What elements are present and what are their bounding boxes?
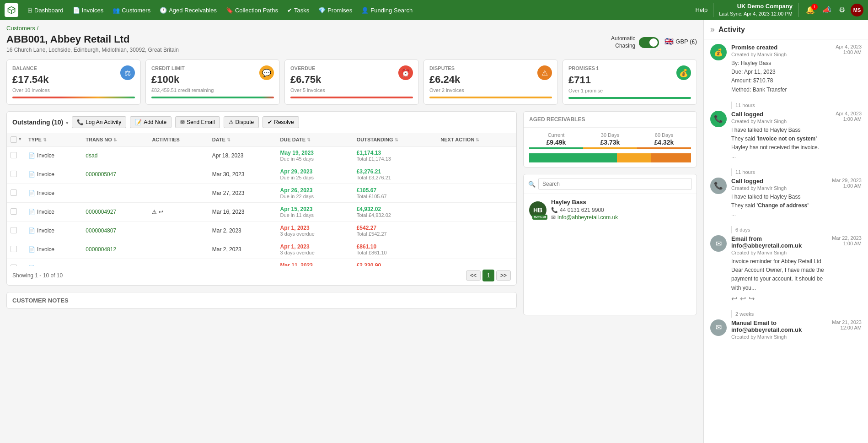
nav-promises[interactable]: 💎 Promises: [315, 4, 356, 16]
outstanding-header: Outstanding (10) ▾ 📞 Log An Activity 📝 A…: [7, 112, 516, 133]
row-trans-no[interactable]: 0000004656: [82, 259, 148, 266]
nav-invoices[interactable]: 📄 Invoices: [69, 4, 107, 16]
activity-creator: Created by Manvir Singh: [731, 250, 827, 255]
next-page-button[interactable]: >>: [496, 270, 511, 281]
row-type: 📄Invoice: [25, 203, 82, 222]
help-link[interactable]: Help: [695, 6, 707, 13]
table-row: 📄Invoice 0000004807 Mar 2, 2023 Apr 1, 2…: [7, 222, 516, 240]
prev-page-button[interactable]: <<: [466, 270, 481, 281]
row-type: 📄Invoice: [25, 259, 82, 266]
promises-icon: 💰: [676, 65, 691, 80]
nav-funding-search[interactable]: 👤 Funding Search: [358, 4, 416, 16]
activity-title: Activity: [718, 26, 745, 34]
row-trans-no[interactable]: [82, 184, 148, 203]
call-icon: 📞: [710, 111, 727, 127]
aged-60: 60 Days £4.32k: [637, 132, 691, 149]
contact-item: HB Default Hayley Bass 📞 44 0131 621 990…: [524, 194, 697, 226]
row-checkbox[interactable]: [7, 165, 25, 184]
outstanding-table: ▾ TYPE ⇅ TRANS NO ⇅ ACTIVITIES DATE ⇅ DU…: [7, 133, 516, 266]
row-date: Feb 9, 2023: [209, 259, 277, 266]
send-email-button[interactable]: ✉ Send Email: [175, 116, 220, 128]
row-trans-no[interactable]: 0000005047: [82, 165, 148, 184]
select-dropdown[interactable]: ▾: [19, 136, 21, 143]
collapse-activity-button[interactable]: »: [710, 25, 715, 34]
row-checkbox[interactable]: [7, 146, 25, 165]
add-note-button[interactable]: 📝 Add Note: [130, 116, 171, 128]
disputes-icon: ⚠: [537, 65, 552, 80]
activity-text: I have talked to Hayley BassThey said 'I…: [731, 126, 831, 161]
activity-date: Mar 21, 202312:00 AM: [832, 319, 862, 330]
dashboard-icon: ⊞: [27, 7, 32, 14]
row-trans-no[interactable]: dsad: [82, 146, 148, 165]
nav-customers[interactable]: 👥 Customers: [109, 4, 154, 16]
row-checkbox[interactable]: [7, 222, 25, 240]
activity-action-button[interactable]: ↩: [740, 294, 746, 303]
activity-title: Email from info@abbeyretail.com.uk: [731, 235, 827, 249]
announcements-button[interactable]: 📣: [820, 5, 833, 15]
activity-action-button[interactable]: ↪: [749, 294, 755, 303]
row-outstanding: £105.67 Total £105.67: [353, 184, 437, 203]
invoice-type-icon: 📄: [28, 209, 35, 215]
col-next-action: NEXT ACTION ⇅: [437, 133, 516, 146]
read-more-link[interactable]: ...: [731, 153, 736, 159]
resolve-button[interactable]: ✔ Resolve: [263, 116, 299, 128]
activity-action-button[interactable]: ↩: [731, 294, 737, 303]
header-controls: Automatic Chasing 🇬🇧 GBP (£): [611, 33, 697, 49]
outstanding-box: Outstanding (10) ▾ 📞 Log An Activity 📝 A…: [6, 111, 517, 286]
user-avatar[interactable]: MS: [851, 4, 863, 16]
nav-tasks[interactable]: ✔ Tasks: [284, 4, 313, 16]
row-checkbox[interactable]: [7, 240, 25, 259]
invoice-type-icon: 📄: [28, 265, 35, 266]
row-checkbox[interactable]: [7, 259, 25, 266]
row-trans-no[interactable]: 0000004807: [82, 222, 148, 240]
row-trans-no[interactable]: 0000004812: [82, 240, 148, 259]
notifications-button[interactable]: 🔔 1: [804, 5, 817, 15]
row-next-action: [437, 184, 516, 203]
outstanding-dropdown-arrow[interactable]: ▾: [66, 120, 68, 125]
contact-email[interactable]: ✉ info@abbeyretail.com.uk: [551, 214, 691, 221]
outstanding-section: Outstanding (10) ▾ 📞 Log An Activity 📝 A…: [6, 111, 517, 315]
nav-collection-paths[interactable]: 🔖 Collection Paths: [222, 4, 282, 16]
row-outstanding: £2,330.90 Total £2,330.90: [353, 259, 437, 266]
invoices-icon: 📄: [73, 7, 80, 14]
currency-selector[interactable]: 🇬🇧 GBP (£): [664, 37, 697, 46]
balance-icon: ⚖: [120, 65, 135, 80]
customers-icon: 👥: [113, 7, 120, 14]
nav-dashboard[interactable]: ⊞ Dashboard: [24, 4, 67, 16]
email-icon: ✉: [180, 119, 185, 125]
row-next-action: [437, 259, 516, 266]
row-checkbox[interactable]: [7, 184, 25, 203]
credit-limit-card: CREDIT LIMIT £100k £82,459.51 credit rem…: [145, 59, 280, 105]
phone-icon: 📞: [551, 207, 558, 213]
log-activity-button[interactable]: 📞 Log An Activity: [72, 116, 126, 128]
contacts-search-input[interactable]: [538, 178, 692, 190]
select-all-checkbox[interactable]: [11, 136, 17, 143]
read-more-link[interactable]: ...: [731, 211, 736, 217]
col-checkbox: ▾: [7, 133, 25, 146]
activity-item: ✉Manual Email to info@abbeyretail.com.uk…: [710, 319, 862, 341]
activity-creator: Created by Manvir Singh: [731, 185, 827, 191]
dispute-button[interactable]: ⚠ Dispute: [224, 116, 259, 128]
page-1-button[interactable]: 1: [482, 270, 494, 281]
aged-bar-30: [617, 153, 651, 162]
row-outstanding: £3,276.21 Total £3,276.21: [353, 165, 437, 184]
page-controls: << 1 >>: [466, 270, 511, 281]
customers-breadcrumb-link[interactable]: Customers /: [6, 25, 38, 32]
disputes-card: DISPUTES £6.24k Over 2 invoices ⚠: [423, 59, 558, 105]
activity-text: I have talked to Hayley BassThey said 'C…: [731, 193, 827, 219]
settings-button[interactable]: ⚙: [837, 5, 847, 15]
row-due-date: Apr 1, 2023 3 days overdue: [277, 240, 353, 259]
row-date: Mar 2, 2023: [209, 240, 277, 259]
row-checkbox[interactable]: [7, 203, 25, 222]
row-outstanding: £861.10 Total £861.10: [353, 240, 437, 259]
nav-aged-receivables[interactable]: 🕐 Aged Receivables: [156, 4, 220, 16]
col-trans-no: TRANS NO ⇅: [82, 133, 148, 146]
auto-chasing-toggle[interactable]: [639, 37, 659, 48]
row-due-date: Apr 1, 2023 3 days overdue: [277, 222, 353, 240]
activity-title: Call logged: [731, 178, 827, 184]
activity-item: ✉Email from info@abbeyretail.com.ukCreat…: [710, 235, 862, 303]
activity-title: Promise created: [731, 44, 831, 51]
row-trans-no[interactable]: 0000004927: [82, 203, 148, 222]
search-icon: 🔍: [528, 181, 536, 188]
col-due-date: DUE DATE ⇅: [277, 133, 353, 146]
